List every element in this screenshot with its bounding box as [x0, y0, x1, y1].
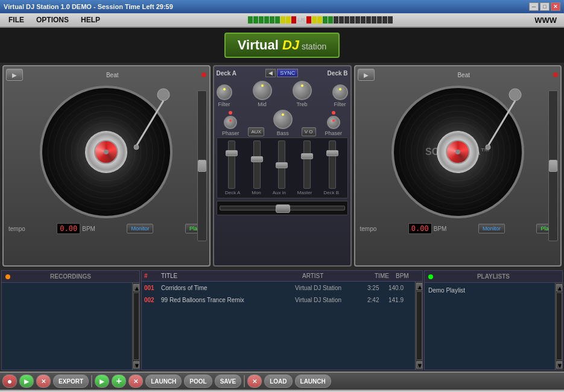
- fader-deck-a-handle[interactable]: [226, 150, 238, 156]
- deck-b-pitch-slider[interactable]: [548, 90, 558, 241]
- play-recordings-button[interactable]: ▶: [19, 375, 34, 388]
- launch-track-button[interactable]: LAUNCH: [145, 375, 182, 388]
- playlists-scroll-track[interactable]: [556, 292, 562, 360]
- pool-button[interactable]: POOL: [184, 375, 212, 388]
- load-button[interactable]: LOAD: [264, 375, 292, 388]
- sync-left-button[interactable]: ◀: [265, 69, 276, 77]
- bottom-controls: ● ▶ ✕ EXPORT ▶ + ✕ LAUNCH POOL SAVE ✕ LO…: [0, 371, 564, 390]
- deck-a-monitor-button[interactable]: Monitor: [127, 224, 153, 233]
- deck-b-filter-label: Filter: [334, 101, 346, 107]
- fader-deck-a-track[interactable]: [228, 141, 235, 189]
- playlists-panel: PLAYLISTS Demo Playlist ▲ ▼: [424, 270, 563, 370]
- track-1-title: Corridors of Time: [161, 285, 295, 291]
- maximize-button[interactable]: □: [540, 2, 550, 11]
- logo-station: station: [299, 42, 326, 51]
- playlists-scroll-down[interactable]: ▼: [556, 361, 562, 368]
- tracklist-scroll-up[interactable]: ▲: [416, 283, 422, 290]
- deck-a-bottom: tempo 0.00 BPM Monitor Play: [6, 223, 207, 234]
- deck-a-bpm-label: BPM: [82, 226, 95, 232]
- track-2-time: 2:42: [367, 297, 388, 303]
- deck-b-beat-indicator: [553, 72, 558, 77]
- fader-master-handle[interactable]: [301, 153, 313, 159]
- deck-b-play-button[interactable]: ▶: [358, 69, 375, 81]
- deck-a-filter-knob[interactable]: [217, 84, 232, 100]
- bass-knob[interactable]: [273, 110, 293, 129]
- deck-b-turntable[interactable]: SOFTPEDIA™: [391, 86, 524, 218]
- deck-b-spindle: [455, 150, 460, 154]
- fader-mon-track[interactable]: [253, 141, 261, 189]
- deck-a-pitch-handle[interactable]: [198, 160, 206, 172]
- tracklist-scroll-track[interactable]: [416, 291, 422, 360]
- phaser-a-group: Phaser: [222, 111, 239, 136]
- deck-a-pitch-slider[interactable]: [197, 90, 207, 241]
- deck-a-play-button[interactable]: ▶: [6, 69, 23, 81]
- sync-button[interactable]: SYNC: [277, 69, 298, 77]
- aux-button[interactable]: AUX: [248, 127, 264, 136]
- treb-knob-group: Treb: [293, 81, 312, 107]
- playlists-scrollbar: ▲ ▼: [555, 283, 562, 370]
- help-menu[interactable]: HELP: [75, 14, 106, 25]
- mixer-deck-a-label: Deck A: [217, 70, 237, 77]
- deck-b-filter-knob-group: Filter: [332, 84, 348, 107]
- deck-b-pitch-handle[interactable]: [549, 160, 557, 172]
- record-button[interactable]: ●: [2, 375, 17, 388]
- lower-section: RECORDINGS ▲ ▼ # TITLE ARTIST TIME BPM: [0, 269, 564, 390]
- logo-bar: Virtual DJ station: [0, 28, 564, 63]
- track-row[interactable]: 001 Corridors of Time Virtual DJ Station…: [142, 282, 415, 294]
- close-recordings-button[interactable]: ✕: [36, 375, 51, 388]
- fader-aux-track[interactable]: [278, 141, 285, 189]
- add-track-button[interactable]: +: [112, 375, 126, 388]
- deck-b-filter-knob[interactable]: [332, 84, 348, 100]
- deck-a-bpm-display: 0.00: [57, 223, 80, 234]
- save-button[interactable]: SAVE: [215, 375, 242, 388]
- fader-deck-b-handle[interactable]: [326, 150, 338, 156]
- recordings-scroll-up[interactable]: ▲: [133, 284, 139, 291]
- mid-knob[interactable]: [253, 81, 272, 100]
- track-row[interactable]: 002 99 Red Balloons Trance Remix Virtual…: [142, 294, 415, 306]
- close-button[interactable]: ✕: [551, 2, 560, 11]
- fader-aux-handle[interactable]: [276, 162, 288, 168]
- recordings-scrollbar: ▲ ▼: [132, 283, 139, 370]
- separator-1: [91, 375, 92, 387]
- export-button[interactable]: EXPORT: [53, 375, 89, 388]
- col-bpm: BPM: [396, 273, 420, 279]
- logo-dj: DJ: [282, 37, 299, 52]
- deck-a-filter-label: Filter: [218, 101, 230, 107]
- vo-button[interactable]: V O: [302, 127, 316, 136]
- fader-deck-b-track[interactable]: [329, 141, 336, 189]
- lower-panels: RECORDINGS ▲ ▼ # TITLE ARTIST TIME BPM: [0, 269, 564, 371]
- deck-b-bottom: tempo 0.00 BPM Monitor Play: [358, 223, 559, 234]
- fader-section: Deck A Mon Aux in Master Deck B: [217, 138, 348, 198]
- fader-master: [303, 141, 311, 189]
- recordings-scroll-track[interactable]: [133, 292, 139, 360]
- file-menu[interactable]: FILE: [2, 14, 30, 25]
- minimize-button[interactable]: ─: [529, 2, 539, 11]
- crossfader-track[interactable]: [220, 206, 345, 210]
- recordings-scroll-down[interactable]: ▼: [133, 361, 139, 368]
- playlist-item[interactable]: Demo Playlist: [426, 284, 554, 296]
- fader-mon-handle[interactable]: [251, 156, 263, 162]
- mixer: Deck A ◀ SYNC Deck B Filter: [213, 65, 352, 267]
- crossfader-handle[interactable]: [276, 204, 290, 213]
- treb-knob[interactable]: [293, 81, 312, 100]
- deck-a-turntable[interactable]: [40, 86, 173, 218]
- mid-knob-group: Mid: [253, 81, 272, 107]
- phaser-a-knob[interactable]: [224, 116, 237, 129]
- close-playlist-button[interactable]: ✕: [247, 375, 262, 388]
- deck-a-tempo-label: tempo: [8, 226, 25, 232]
- fader-master-track[interactable]: [303, 141, 311, 189]
- tracklist-header: # TITLE ARTIST TIME BPM: [142, 271, 422, 282]
- deck-b-monitor-button[interactable]: Monitor: [478, 224, 505, 233]
- logo-box: Virtual DJ station: [224, 33, 340, 58]
- play-track-button[interactable]: ▶: [95, 375, 109, 388]
- track-1-time: 3:25: [367, 285, 388, 291]
- close-track-button[interactable]: ✕: [128, 375, 143, 388]
- launch-playlist-button[interactable]: LAUNCH: [295, 375, 331, 388]
- tracklist-scroll-down[interactable]: ▼: [416, 361, 422, 368]
- mixer-channel-row: Phaser AUX Bass V O Phaser: [217, 110, 348, 136]
- phaser-b-knob[interactable]: [327, 116, 340, 129]
- options-menu[interactable]: OPTIONS: [30, 14, 75, 25]
- fader-row: [220, 141, 345, 189]
- playlists-scroll-up[interactable]: ▲: [556, 284, 562, 291]
- www-link[interactable]: WWW: [534, 16, 562, 25]
